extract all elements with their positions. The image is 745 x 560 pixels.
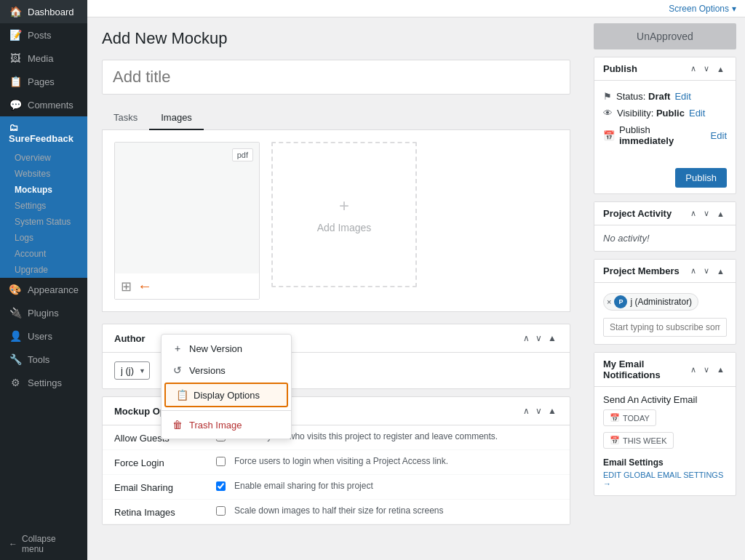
sidebar-item-upgrade[interactable]: Upgrade — [0, 262, 87, 278]
sidebar-item-mockups[interactable]: Mockups — [0, 182, 87, 198]
sidebar-item-media[interactable]: 🖼 Media — [0, 47, 87, 70]
visibility-edit-link[interactable]: Edit — [689, 108, 705, 119]
sidebar-item-logs[interactable]: Logs — [0, 230, 87, 246]
grid-icon: ⊞ — [121, 279, 132, 295]
today-label: TODAY — [623, 414, 650, 423]
context-menu-versions-label: Versions — [189, 365, 226, 376]
option-row-email-sharing: Email Sharing Enable email sharing for t… — [103, 475, 570, 500]
publish-toggle-close[interactable]: ▲ — [714, 63, 727, 74]
edit-global-label: EDIT GLOBAL EMAIL SETTINGS → — [603, 471, 727, 488]
no-activity-text: No activity! — [603, 233, 650, 244]
option-row-retina-images: Retina Images Scale down images to half … — [103, 500, 570, 524]
sidebar-item-dashboard[interactable]: 🏠 Dashboard — [0, 0, 87, 23]
edit-global-email-settings-link[interactable]: EDIT GLOBAL EMAIL SETTINGS → — [603, 471, 727, 488]
members-toggle-up[interactable]: ∧ — [688, 265, 698, 276]
trash-icon: 🗑 — [172, 419, 183, 431]
publish-button[interactable]: Publish — [675, 168, 727, 188]
context-menu-trash-image[interactable]: 🗑 Trash Image — [162, 414, 291, 436]
publish-status-row: ⚑ Status: Draft Edit — [603, 88, 727, 105]
activity-toggle-down[interactable]: ∨ — [701, 208, 712, 219]
collapse-menu-button[interactable]: ← Collapse menu — [0, 528, 87, 560]
mockup-options-controls: ∧ ∨ ▲ — [522, 404, 558, 417]
mockup-options-toggle-close[interactable]: ▲ — [546, 404, 558, 417]
this-week-button[interactable]: 📅 THIS WEEK — [603, 432, 674, 449]
pages-icon: 📋 — [9, 76, 22, 87]
author-toggle-up[interactable]: ∧ — [522, 332, 531, 345]
option-desc-retina-images: Scale down images to half their size for… — [234, 505, 443, 516]
sidebar-item-users[interactable]: 👤 Users — [0, 324, 87, 348]
comments-icon: 💬 — [9, 99, 22, 111]
surefeedback-header[interactable]: 🗂 SureFeedback — [0, 116, 87, 150]
email-toggle-up[interactable]: ∧ — [688, 364, 698, 375]
sidebar-item-settings[interactable]: Settings — [0, 198, 87, 214]
checkbox-retina-images[interactable] — [216, 506, 226, 516]
subscribe-input[interactable] — [603, 318, 727, 337]
image-card-1[interactable]: pdf ⊞ ← — [114, 142, 260, 300]
sidebar-item-pages[interactable]: 📋 Pages — [0, 70, 87, 93]
email-notifications-body: Send An Activity Email 📅 TODAY 📅 THIS WE… — [594, 387, 736, 495]
image-card-inner-1: pdf — [115, 143, 259, 273]
publish-toggle-down[interactable]: ∨ — [701, 63, 712, 74]
mockup-options-body: Allow Guests Allow anyone who visits thi… — [103, 425, 570, 524]
sidebar-item-plugins[interactable]: 🔌 Plugins — [0, 301, 87, 324]
activity-toggle-close[interactable]: ▲ — [714, 208, 727, 219]
email-toggle-close[interactable]: ▲ — [714, 364, 727, 375]
sidebar-label-appearance: Appearance — [28, 284, 79, 295]
context-menu-display-options[interactable]: 📋 Display Options — [164, 383, 288, 407]
status-edit-link[interactable]: Edit — [674, 91, 690, 102]
sidebar-item-settings-main[interactable]: ⚙ Settings — [0, 371, 87, 394]
sidebar-item-account[interactable]: Account — [0, 246, 87, 262]
members-toggle-down[interactable]: ∨ — [701, 265, 712, 276]
members-toggle-close[interactable]: ▲ — [714, 265, 727, 276]
appearance-icon: 🎨 — [9, 284, 22, 295]
tab-tasks[interactable]: Tasks — [102, 106, 149, 130]
option-label-retina-images: Retina Images — [114, 505, 216, 518]
unapproved-button[interactable]: UnApproved — [594, 23, 736, 49]
add-image-label: Add Images — [317, 222, 372, 233]
sidebar-item-comments[interactable]: 💬 Comments — [0, 93, 87, 116]
project-members-controls: ∧ ∨ ▲ — [688, 265, 727, 276]
images-grid: pdf ⊞ ← + Add Ima — [114, 142, 558, 300]
publish-time-edit-link[interactable]: Edit — [711, 130, 727, 141]
tab-images[interactable]: Images — [149, 106, 204, 130]
email-toggle-down[interactable]: ∨ — [701, 364, 712, 375]
add-image-card[interactable]: + Add Images — [271, 142, 417, 287]
member-tag: × P j (Administrator) — [603, 293, 698, 311]
posts-icon: 📝 — [9, 29, 22, 41]
activity-toggle-up[interactable]: ∧ — [688, 208, 698, 219]
sidebar-item-system-status[interactable]: System Status — [0, 214, 87, 230]
context-menu-trash-image-label: Trash Image — [189, 420, 242, 431]
sidebar-item-tools[interactable]: 🔧 Tools — [0, 348, 87, 371]
sidebar-item-appearance[interactable]: 🎨 Appearance — [0, 278, 87, 301]
versions-icon: ↺ — [172, 364, 183, 376]
option-value-force-login: Force users to login when visiting a Pro… — [216, 456, 558, 466]
author-controls: ∧ ∨ ▲ — [522, 332, 558, 345]
context-menu-new-version[interactable]: + New Version — [162, 337, 291, 359]
screen-options-button[interactable]: Screen Options ▾ — [669, 4, 736, 14]
checkbox-email-sharing[interactable] — [216, 481, 226, 491]
new-version-icon: + — [172, 343, 183, 354]
publish-toggle-up[interactable]: ∧ — [688, 63, 698, 74]
sidebar-item-websites[interactable]: Websites — [0, 166, 87, 182]
sidebar-item-overview[interactable]: Overview — [0, 150, 87, 166]
project-members-header: Project Members ∧ ∨ ▲ — [594, 260, 736, 283]
email-notifications-header: My Email Notifications ∧ ∨ ▲ — [594, 353, 736, 387]
send-activity-label: Send An Activity Email — [603, 394, 727, 405]
checkbox-force-login[interactable] — [216, 457, 226, 466]
author-select[interactable]: j (j) — [114, 361, 150, 380]
sidebar-item-posts[interactable]: 📝 Posts — [0, 23, 87, 47]
mockup-options-toggle-up[interactable]: ∧ — [522, 404, 531, 417]
author-toggle-close[interactable]: ▲ — [546, 332, 558, 345]
title-input[interactable] — [102, 60, 570, 95]
sidebar-label-tools: Tools — [28, 354, 49, 365]
image-label-1: ⊞ ← — [115, 273, 259, 299]
today-button[interactable]: 📅 TODAY — [603, 409, 656, 426]
member-remove-button[interactable]: × — [607, 297, 611, 306]
mockup-options-toggle-down[interactable]: ∨ — [534, 404, 543, 417]
tools-icon: 🔧 — [9, 353, 22, 365]
option-value-email-sharing: Enable email sharing for this project — [216, 481, 558, 491]
context-menu-versions[interactable]: ↺ Versions — [162, 359, 291, 381]
visibility-label: Visibility: Public — [617, 108, 685, 119]
add-image-plus-icon: + — [339, 196, 349, 216]
author-toggle-down[interactable]: ∨ — [534, 332, 543, 345]
